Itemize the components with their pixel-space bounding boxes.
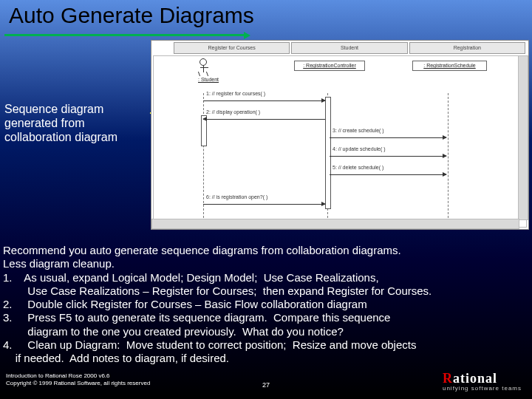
msg-5: 5: // delete schedule( ) <box>330 171 446 178</box>
slide: Auto Generate Diagrams Sequence diagram … <box>0 0 532 399</box>
lifeline-actor <box>203 93 204 218</box>
body-text: Recommend you auto generate sequence dia… <box>3 244 526 366</box>
diagram-canvas: : Student : RegistrationController : Reg… <box>153 55 527 228</box>
actor-label: : Student <box>198 77 208 82</box>
scrollbar-horizontal[interactable] <box>151 219 519 229</box>
msg-3: 3: // create schedule( ) <box>330 134 446 141</box>
tab-registration[interactable]: Registration <box>409 42 525 54</box>
logo-subtitle: unifying software teams <box>443 386 522 392</box>
lifeline-schedule <box>448 93 449 218</box>
object-registration-controller: : RegistrationController <box>294 61 365 71</box>
scrollbar-vertical[interactable] <box>518 55 528 220</box>
logo-letter-r: R <box>443 371 453 386</box>
footer: Introduction to Rational Rose 2000 v6.6 … <box>6 372 526 395</box>
actor-student-icon: : Student <box>198 58 208 82</box>
diagram-caption: Sequence diagram generated from collabor… <box>4 102 145 145</box>
object-registration-schedule: : RegistrationSchedule <box>412 61 487 71</box>
page-number: 27 <box>262 381 270 389</box>
tab-student[interactable]: Student <box>291 42 407 54</box>
tool-tabs: Register for Courses Student Registratio… <box>174 42 525 54</box>
page-title: Auto Generate Diagrams <box>9 3 254 28</box>
logo-rest: ational <box>453 371 497 386</box>
sequence-diagram-screenshot: Register for Courses Student Registratio… <box>151 41 528 229</box>
msg-2: 2: // display operation( ) <box>203 115 325 123</box>
tab-register[interactable]: Register for Courses <box>174 42 290 54</box>
msg-1: 1: // register for courses( ) <box>203 97 325 104</box>
rational-logo: Rational unifying software teams <box>443 372 522 392</box>
msg-4: 4: // update schedule( ) <box>330 152 446 160</box>
msg-6: 6: // is registration open?( ) <box>203 200 325 208</box>
title-underline-arrow <box>4 34 245 36</box>
